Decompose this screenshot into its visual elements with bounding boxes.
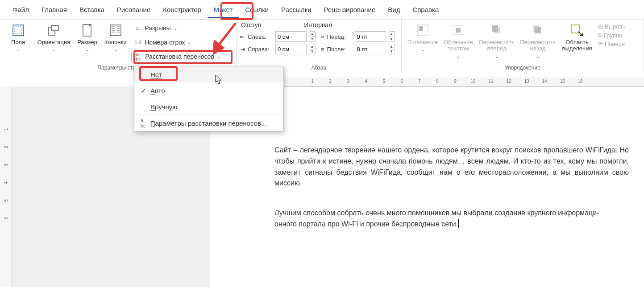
hyphenation-none[interactable]: Нет xyxy=(134,66,283,82)
breaks-label: Разрывы xyxy=(145,25,170,32)
hyphenation-button[interactable]: a-bc Расстановка переносов ⌄ xyxy=(131,51,233,62)
size-button[interactable]: Размер ⌄ xyxy=(75,21,100,52)
spacing-title: Интервал xyxy=(304,21,332,29)
orientation-label: Ориентация xyxy=(37,39,71,45)
svg-rect-20 xyxy=(492,25,498,32)
backward-icon xyxy=(531,23,545,37)
space-before-input[interactable] xyxy=(355,31,386,42)
space-after-icon: ≡ xyxy=(321,46,324,53)
forward-button[interactable]: Переместить вперед ⌄ xyxy=(477,21,517,59)
wrap-label: Обтекание текстом xyxy=(441,39,476,52)
tab-review[interactable]: Рецензирование xyxy=(317,1,382,18)
position-button[interactable]: Положение ⌄ xyxy=(405,21,440,59)
columns-button[interactable]: Колонки ⌄ xyxy=(102,21,129,52)
wrap-icon xyxy=(451,23,465,37)
position-label: Положение xyxy=(407,39,438,45)
indent-left-spinner[interactable]: ▲▼ xyxy=(309,31,316,42)
space-after-input[interactable] xyxy=(355,44,386,54)
svg-rect-22 xyxy=(535,27,541,33)
tab-view[interactable]: Вид xyxy=(382,1,406,18)
align-label: Выровн xyxy=(605,23,626,30)
arrange-group-label: Упорядочение xyxy=(405,64,640,71)
orientation-icon xyxy=(46,23,61,37)
forward-label: Переместить вперед xyxy=(477,39,517,52)
paragraph-2: Лучшим способом собрать очень много помо… xyxy=(274,208,629,230)
line-numbers-label: Номера строк xyxy=(145,39,185,46)
backward-label: Переместить назад xyxy=(518,39,558,52)
backward-button[interactable]: Переместить назад ⌄ xyxy=(518,21,558,59)
chevron-down-icon: ⌄ xyxy=(17,47,20,52)
space-before-spinner[interactable]: ▲▼ xyxy=(389,31,395,42)
selection-label: Область выделения xyxy=(559,39,595,52)
group-page-setup: Поля ⌄ Ориентация ⌄ Размер ⌄ xyxy=(0,20,237,72)
indent-right-spinner[interactable]: ▲▼ xyxy=(309,44,316,54)
hyphenation-options[interactable]: a-bc Параметры расстановки переносов... xyxy=(134,115,283,131)
tab-file[interactable]: Файл xyxy=(6,1,35,18)
chevron-down-icon: ⌄ xyxy=(52,47,55,52)
margins-icon xyxy=(11,23,25,37)
chevron-down-icon: ⌄ xyxy=(114,47,117,52)
indent-right-input[interactable] xyxy=(275,44,307,54)
columns-label: Колонки xyxy=(104,39,127,45)
tab-mailings[interactable]: Рассылки xyxy=(275,1,317,18)
group-arrange: Положение ⌄ Обтекание текстом ⌄ Перемест… xyxy=(402,20,644,72)
svg-rect-3 xyxy=(51,25,58,31)
space-before-label: Перед: xyxy=(327,33,352,40)
tab-home[interactable]: Главная xyxy=(35,1,73,18)
vertical-ruler[interactable]: 123456 xyxy=(0,86,12,287)
tab-references[interactable]: Ссылки xyxy=(239,1,275,18)
margins-button[interactable]: Поля ⌄ xyxy=(4,21,33,52)
space-after-spinner[interactable]: ▲▼ xyxy=(389,44,395,54)
tab-draw[interactable]: Рисование xyxy=(111,1,157,18)
hyphenation-icon: a-bc xyxy=(134,53,142,61)
ribbon: Поля ⌄ Ориентация ⌄ Размер ⌄ xyxy=(0,20,644,72)
chevron-down-icon: ⌄ xyxy=(85,47,89,52)
hyphenation-dropdown: Нет Авто Вручную a-bc Параметры расстано… xyxy=(134,66,284,131)
hyphenation-label: Расстановка переносов xyxy=(145,53,214,60)
hyphenation-manual[interactable]: Вручную xyxy=(134,98,283,115)
indent-right-label: Справа: xyxy=(248,46,273,53)
rotate-label: Поверн xyxy=(605,41,625,47)
svg-rect-1 xyxy=(15,27,22,34)
line-numbers-button[interactable]: 1,2 Номера строк ⌄ xyxy=(131,37,233,48)
forward-icon xyxy=(490,23,504,37)
line-numbers-icon: 1,2 xyxy=(134,38,142,46)
wrap-button[interactable]: Обтекание текстом ⌄ xyxy=(441,21,476,59)
group-icon: ⧉ xyxy=(598,32,602,39)
rotate-button[interactable]: ⟳Поверн xyxy=(598,41,626,47)
chevron-down-icon: ⌄ xyxy=(187,40,191,45)
align-icon: ⊟ xyxy=(598,23,603,30)
hyphenation-auto[interactable]: Авто xyxy=(134,82,283,98)
space-before-icon: ≡ xyxy=(321,33,324,40)
text-caret xyxy=(458,219,459,228)
indent-left-label: Слева: xyxy=(248,33,273,40)
rotate-icon: ⟳ xyxy=(598,41,603,47)
columns-icon xyxy=(108,23,123,37)
svg-rect-15 xyxy=(419,26,423,31)
indent-right-icon: ⇥ xyxy=(240,46,245,53)
margins-label: Поля xyxy=(11,39,25,45)
size-icon xyxy=(80,23,94,37)
tab-design[interactable]: Конструктор xyxy=(157,1,208,18)
space-after-label: После: xyxy=(327,46,352,53)
tab-help[interactable]: Справка xyxy=(406,1,445,18)
group-paragraph: Отступ Интервал ⇤ Слева: ▲▼ ⇥ Справа: xyxy=(237,20,402,72)
indent-left-input[interactable] xyxy=(275,31,307,42)
tab-insert[interactable]: Вставка xyxy=(73,1,111,18)
align-button[interactable]: ⊟Выровн xyxy=(598,23,626,30)
document-area: Сайт – легендарное творение нашего орден… xyxy=(12,86,644,287)
selection-pane-button[interactable]: Область выделения xyxy=(559,21,595,59)
size-label: Размер xyxy=(77,39,97,45)
chevron-down-icon: ⌄ xyxy=(174,26,177,31)
hyphenation-settings-icon: a-bc xyxy=(141,118,146,128)
tab-layout[interactable]: Макет xyxy=(208,1,239,18)
group-label: Группи xyxy=(604,32,622,39)
group-button[interactable]: ⧉Группи xyxy=(598,32,626,39)
breaks-button[interactable]: ⎌ Разрывы ⌄ xyxy=(131,22,233,34)
position-icon xyxy=(415,23,430,37)
svg-rect-16 xyxy=(456,28,461,33)
breaks-icon: ⎌ xyxy=(134,24,142,32)
orientation-button[interactable]: Ориентация ⌄ xyxy=(35,21,72,52)
selection-icon xyxy=(570,23,584,37)
indent-left-icon: ⇤ xyxy=(240,33,245,40)
